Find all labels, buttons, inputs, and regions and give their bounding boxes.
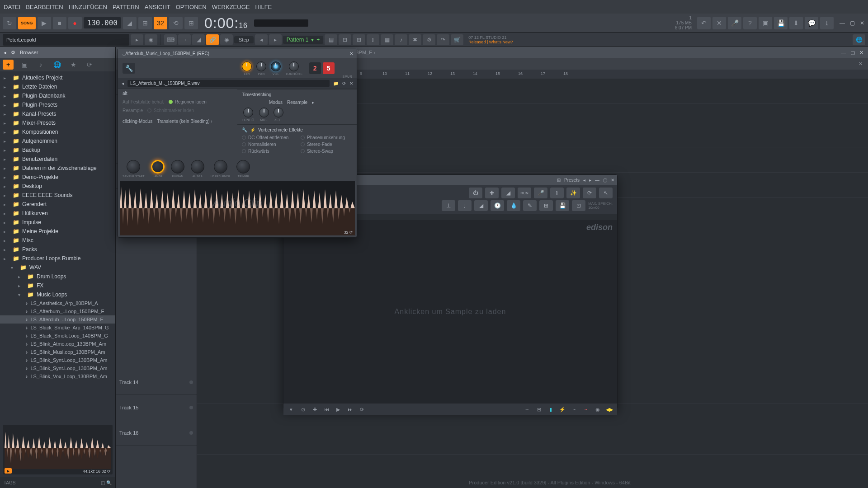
- track-route[interactable]: 5: [323, 62, 335, 74]
- track-header[interactable]: Track 15: [116, 395, 197, 420]
- globe-icon[interactable]: 🌐: [853, 34, 865, 45]
- close-icon[interactable]: ✕: [859, 20, 865, 26]
- normalize-radio[interactable]: [242, 142, 246, 146]
- ed-add-icon[interactable]: ✚: [485, 188, 499, 198]
- load-markers-radio[interactable]: [147, 108, 151, 113]
- edison-min-icon[interactable]: —: [595, 178, 599, 183]
- ed-f-m3-icon[interactable]: ⚡: [558, 406, 566, 413]
- ed-tool9-icon[interactable]: ⊡: [572, 200, 585, 211]
- fx-lightning-icon[interactable]: ⚡: [250, 127, 255, 132]
- folder-impulse[interactable]: ▸📁Impulse: [0, 218, 115, 227]
- folder-producer-loops-rumble[interactable]: ▸📁Producer Loops Rumble: [0, 254, 115, 263]
- multilink-icon[interactable]: ◉: [220, 34, 233, 45]
- pitch-ts-knob[interactable]: [243, 108, 253, 117]
- browser-tab-add[interactable]: +: [3, 60, 14, 70]
- folder-drum-loops[interactable]: ▸📁Drum Loops: [0, 272, 115, 281]
- file-item[interactable]: ♪LS_Blink_Synt.Loop_130BPM_Am: [0, 356, 115, 364]
- channel-close-icon[interactable]: ✕: [349, 51, 353, 56]
- menu-options[interactable]: OPTIONEN: [176, 4, 207, 10]
- render-icon[interactable]: ⬇: [789, 17, 803, 29]
- sync-icon[interactable]: ↻: [3, 17, 16, 29]
- live-icon[interactable]: ◢: [192, 34, 205, 45]
- ts-mode-value[interactable]: Resample: [287, 100, 307, 105]
- edison-next-icon[interactable]: ▸: [589, 178, 591, 183]
- record-button[interactable]: ●: [68, 17, 82, 29]
- folder-music-loops[interactable]: ▾📁Music Loops: [0, 290, 115, 299]
- file-item[interactable]: ♪LS_Afterburn_..Loop_150BPM_E: [0, 307, 115, 315]
- pl-close-track-icon[interactable]: ✕: [855, 59, 865, 68]
- stereo-fade-radio[interactable]: [301, 142, 305, 146]
- browser2-icon[interactable]: ▦: [381, 34, 393, 45]
- folder-fx[interactable]: ▸📁FX: [0, 281, 115, 290]
- tags-label[interactable]: TAGS: [4, 480, 15, 485]
- ed-f-m5-icon[interactable]: ~: [582, 406, 590, 413]
- file-item[interactable]: ♪LS_Aesthetics_Arp_80BPM_A: [0, 299, 115, 307]
- folder-wav[interactable]: ▾📁WAV: [0, 263, 115, 272]
- browser-tab-all[interactable]: ▣: [19, 60, 30, 70]
- menu-file[interactable]: DATEI: [4, 4, 20, 10]
- length-knob[interactable]: [151, 160, 165, 174]
- wrench-icon[interactable]: 🔧: [123, 63, 135, 74]
- edison-presets-label[interactable]: Presets: [564, 178, 580, 183]
- midi-icon[interactable]: ◉: [145, 34, 157, 45]
- ed-tool2-icon[interactable]: ⫿: [458, 200, 472, 211]
- ed-f-plus-icon[interactable]: ✚: [311, 406, 319, 413]
- metronome-icon[interactable]: ◢: [123, 17, 137, 29]
- mixer-icon[interactable]: ⫿: [367, 34, 379, 45]
- minimize-icon[interactable]: —: [839, 20, 845, 26]
- ed-f-menu-icon[interactable]: ▾: [287, 406, 295, 413]
- maximize-icon[interactable]: ▢: [849, 20, 855, 26]
- pan-knob[interactable]: [256, 61, 266, 71]
- shop-icon[interactable]: 🛒: [451, 34, 463, 45]
- folder-packs[interactable]: ▸📁Packs: [0, 245, 115, 254]
- browser-collapse-icon[interactable]: ◂: [4, 50, 6, 56]
- reverse-radio[interactable]: [242, 149, 246, 153]
- ed-loop2-icon[interactable]: ⟳: [583, 188, 596, 198]
- edison-max-icon[interactable]: ▢: [603, 178, 607, 183]
- search-icon[interactable]: 🔍: [106, 480, 112, 485]
- folder-kompositionen[interactable]: ▸📁Kompositionen: [0, 127, 115, 136]
- folder-backup[interactable]: ▸📁Backup: [0, 145, 115, 155]
- folder-desktop[interactable]: ▸📁Desktop: [0, 182, 115, 191]
- ed-f-loop-icon[interactable]: ⟳: [358, 406, 366, 413]
- channel-waveform[interactable]: Audio Clip 32 ⟳: [120, 181, 355, 235]
- folder-mixer-presets[interactable]: ▸📁Mixer-Presets: [0, 118, 115, 127]
- piano-roll-icon[interactable]: ⊟: [339, 34, 351, 45]
- folder-gerendert[interactable]: ▸📁Gerendert: [0, 200, 115, 209]
- close-all-icon[interactable]: ✖: [409, 34, 421, 45]
- folder-aufgenommen[interactable]: ▸📁Aufgenommen: [0, 136, 115, 145]
- snap-selector[interactable]: Step: [234, 36, 254, 43]
- ed-f-m6-icon[interactable]: ◉: [594, 406, 602, 413]
- ed-f-m1-icon[interactable]: ⊟: [535, 406, 543, 413]
- time-knob[interactable]: [274, 108, 283, 117]
- file-item[interactable]: ♪LS_Blink_Vox_Loop_130BPM_Am: [0, 372, 115, 380]
- mul-knob[interactable]: [259, 108, 269, 117]
- file-prev-icon[interactable]: ◂: [122, 81, 124, 86]
- menu-view[interactable]: ANSICHT: [145, 4, 170, 10]
- folder-benutzerdaten[interactable]: ▸📁Benutzerdaten: [0, 155, 115, 164]
- browser-tab-fav[interactable]: ★: [68, 60, 79, 70]
- playlist-lane-16[interactable]: [197, 429, 868, 455]
- file-item[interactable]: ♪LS_Blink_Musi.oop_130BPM_Am: [0, 348, 115, 356]
- help-icon[interactable]: ?: [743, 17, 757, 29]
- enable-led[interactable]: [242, 61, 252, 71]
- file-item[interactable]: ♪LS_Black_Smok.Loop_140BPM_G: [0, 332, 115, 340]
- edison-prev-icon[interactable]: ◂: [583, 178, 585, 183]
- phase-inv-radio[interactable]: [301, 136, 305, 140]
- play-indicator-icon[interactable]: ▸: [131, 34, 143, 45]
- folder-kanal-presets[interactable]: ▸📁Kanal-Presets: [0, 109, 115, 118]
- countdown-icon[interactable]: 32: [154, 17, 167, 29]
- load-regions-radio[interactable]: [169, 100, 173, 104]
- ed-f-prev-icon[interactable]: ⏮: [322, 406, 330, 413]
- pl-max-icon[interactable]: ▢: [850, 50, 855, 56]
- time-display[interactable]: 0:00:16: [204, 14, 248, 32]
- fx-wrench-icon[interactable]: 🔧: [242, 127, 247, 132]
- browser-tab-current[interactable]: ♪: [35, 60, 46, 70]
- tempo-tap-icon[interactable]: ♪: [395, 34, 407, 45]
- file-browse-icon[interactable]: 📁: [333, 81, 339, 86]
- fade-in-knob[interactable]: [171, 160, 184, 174]
- folder-letzte-dateien[interactable]: ▸📁Letzte Dateien: [0, 82, 115, 91]
- edison-grid-icon[interactable]: ⊞: [557, 178, 561, 183]
- loop-rec-icon[interactable]: ⟲: [169, 17, 183, 29]
- ed-eq-icon[interactable]: ⫿: [550, 188, 564, 198]
